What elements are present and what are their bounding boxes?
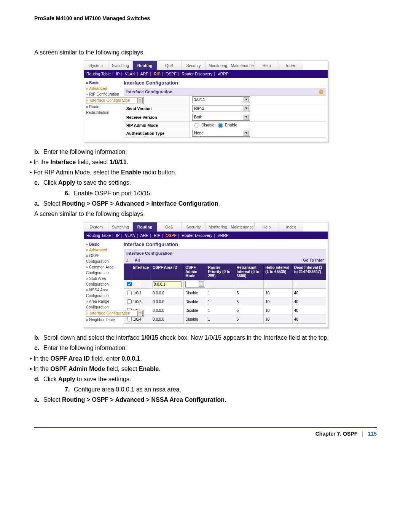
tab-security[interactable]: Security: [182, 61, 206, 70]
content-title: Interface Configuration: [124, 80, 326, 86]
table-row: 1/0/40.0.0.0Disable151040: [124, 315, 326, 324]
subnav-rip[interactable]: RIP: [154, 233, 161, 238]
tab-maintenance[interactable]: Maintenance: [230, 222, 255, 232]
edit-checkbox[interactable]: [127, 282, 132, 286]
subnav-ospf[interactable]: OSPF: [166, 233, 177, 238]
side-route-redist[interactable]: Route Redistribution: [86, 104, 120, 115]
cell-priority: 1: [206, 306, 235, 315]
receive-version-select[interactable]: Both: [192, 114, 250, 121]
step-6a-after: A screen similar to the following displa…: [34, 209, 377, 218]
tab-index[interactable]: Index: [279, 222, 303, 232]
row-checkbox[interactable]: [127, 291, 132, 295]
rip-admin-enable-radio[interactable]: [218, 123, 223, 128]
side-stub-area[interactable]: Stub Area Configuration: [86, 276, 120, 287]
tab-monitoring[interactable]: Monitoring: [206, 222, 230, 232]
filter-1[interactable]: 1: [126, 258, 128, 262]
edit-admin-mode-select[interactable]: Enable: [185, 281, 205, 288]
tab-help[interactable]: Help: [255, 61, 279, 70]
row-checkbox[interactable]: [127, 299, 132, 304]
side-nssa-area[interactable]: NSSA Area Configuration: [86, 287, 120, 299]
tab-maintenance[interactable]: Maintenance: [230, 61, 255, 70]
tab-routing[interactable]: Routing: [133, 222, 157, 232]
subnav-vlan[interactable]: VLAN: [125, 233, 135, 238]
col-retransmit: Retransmit Interval (0 to 3600): [235, 264, 263, 280]
edit-row: 1/0/15 Enable 1 5 10 40: [124, 280, 326, 289]
section-bar-2: Interface Configuration: [124, 249, 326, 257]
table-row: 1/0/30.0.0.0Disable151040: [124, 306, 326, 315]
filter-all[interactable]: All: [135, 258, 140, 262]
cell-retrans: 5: [235, 297, 263, 306]
tab-system[interactable]: System: [84, 61, 108, 70]
tab-switching[interactable]: Switching: [108, 61, 133, 70]
cell-interface: 1/0/2: [131, 297, 151, 306]
subnav-router-discovery[interactable]: Router Discovery: [182, 72, 212, 76]
sidebar: » Basic » Advanced RIP Configuration Int…: [84, 78, 122, 142]
tab-monitoring[interactable]: Monitoring: [206, 61, 230, 70]
interface-select[interactable]: 1/0/11: [192, 96, 250, 103]
side-basic[interactable]: » Basic: [86, 80, 120, 86]
edit-hello: 10: [264, 280, 292, 289]
side-neighbor-table[interactable]: Neighbor Table: [86, 317, 120, 323]
cell-hello: 10: [264, 306, 292, 315]
subnav-2: Routing Table| IP| VLAN| ARP| RIP| OSPF|…: [84, 232, 328, 239]
tab-qos[interactable]: QoS: [157, 222, 182, 232]
subnav-vlan[interactable]: VLAN: [125, 72, 135, 76]
cell-admin-mode: Disable: [184, 289, 206, 297]
tab-help[interactable]: Help: [255, 222, 279, 232]
side-rip-config[interactable]: RIP Configuration: [86, 91, 120, 97]
edit-dead: 40: [292, 280, 326, 289]
step-b-bullet2: For RIP Admin Mode, select the Enable ra…: [34, 168, 377, 177]
step-c: c.Click Apply to save the settings.: [34, 178, 377, 187]
tab-routing[interactable]: Routing: [133, 61, 157, 70]
subnav-vrrp[interactable]: VRRP: [218, 72, 229, 76]
help-icon[interactable]: ?: [319, 89, 323, 94]
table-row: 1/0/20.0.0.0Disable151040: [124, 297, 326, 306]
subnav-rip[interactable]: RIP: [154, 72, 161, 76]
col-dead: Dead Interval (1 to 2147483647): [292, 264, 326, 280]
rip-admin-disable-radio[interactable]: [194, 123, 199, 128]
page-footer: Chapter 7. OSPF | 115: [34, 427, 377, 437]
tab-qos[interactable]: QoS: [157, 61, 182, 70]
subnav: Routing Table| IP| VLAN| ARP| RIP| OSPF|…: [84, 70, 328, 78]
cell-hello: 10: [264, 297, 292, 306]
auth-type-select[interactable]: None: [192, 130, 250, 137]
subnav-vrrp[interactable]: VRRP: [218, 233, 229, 238]
subnav-routing-table[interactable]: Routing Table: [86, 233, 111, 238]
tab-system[interactable]: System: [84, 222, 108, 232]
col-interface: Interface: [131, 264, 151, 280]
send-version-select[interactable]: RIP-2: [192, 105, 250, 112]
side-interface-config[interactable]: Interface Configuration: [86, 97, 144, 104]
subnav-ospf[interactable]: OSPF: [166, 72, 177, 76]
send-version-label: Send Version: [124, 104, 190, 113]
cell-retrans: 5: [235, 315, 263, 324]
screenshot-rip: System Switching Routing QoS Security Mo…: [84, 61, 328, 142]
tab-security[interactable]: Security: [182, 222, 206, 232]
goto-interface[interactable]: Go To Inter: [303, 258, 324, 262]
subnav-router-discovery[interactable]: Router Discovery: [182, 233, 212, 238]
row-checkbox[interactable]: [127, 317, 132, 321]
subnav-routing-table[interactable]: Routing Table: [86, 72, 111, 76]
side-common-area[interactable]: Common Area Configuration: [86, 264, 120, 276]
side-advanced[interactable]: » Advanced: [86, 86, 120, 91]
screenshot-ospf: System Switching Routing QoS Security Mo…: [84, 222, 328, 328]
side-area-range[interactable]: Area Range Configuration: [86, 299, 120, 310]
edit-retrans: 5: [235, 280, 263, 289]
side-interface-config[interactable]: Interface Configuration: [86, 310, 144, 317]
tab-index[interactable]: Index: [279, 61, 303, 70]
subnav-arp[interactable]: ARP: [140, 72, 149, 76]
doc-header: ProSafe M4100 and M7100 Managed Switches: [34, 15, 377, 21]
tab-switching[interactable]: Switching: [108, 222, 133, 232]
subnav-arp[interactable]: ARP: [140, 233, 149, 238]
main-tabs-2: System Switching Routing QoS Security Mo…: [84, 222, 328, 232]
side-basic[interactable]: » Basic: [86, 241, 120, 247]
edit-area-id-input[interactable]: [153, 281, 181, 287]
side-ospf-config[interactable]: OSPF Configuration: [86, 253, 120, 264]
subnav-ip[interactable]: IP: [116, 233, 120, 238]
step-b: b.Enter the following information:: [34, 147, 377, 156]
side-advanced[interactable]: » Advanced: [86, 247, 120, 253]
auth-type-label: Authentication Type: [124, 129, 190, 137]
subnav-ip[interactable]: IP: [116, 72, 120, 76]
ospf-interface-grid: Interface OSPF Area ID OSPF Admin Mode R…: [124, 264, 326, 324]
step-b-bullet1: In the Interface field, select 1/0/11.: [34, 158, 377, 166]
section-bar: Interface Configuration ?: [124, 88, 326, 95]
